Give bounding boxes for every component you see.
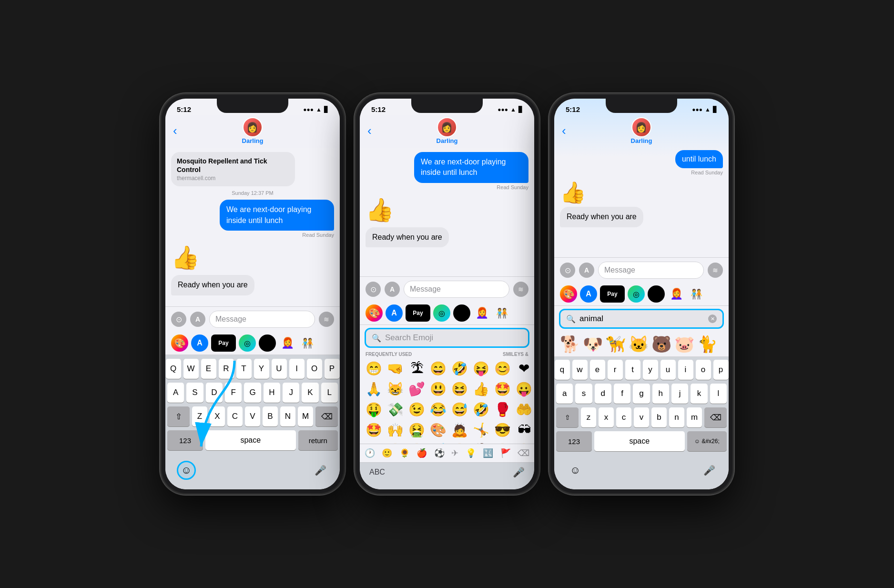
animal-emoji-2[interactable]: 🐶 bbox=[583, 335, 603, 354]
key-d-3[interactable]: d bbox=[595, 384, 611, 404]
emoji-item[interactable]: ❤ bbox=[514, 359, 534, 378]
return-key-3[interactable]: ☺ &#x26; bbox=[687, 431, 727, 451]
delete-key-1[interactable]: ⌫ bbox=[315, 406, 338, 426]
emoji-search-bar-3[interactable]: 🔍 animal ✕ bbox=[559, 309, 724, 329]
memoji-icon-1[interactable]: 👩‍🦰 bbox=[279, 335, 296, 352]
emoji-item[interactable]: 😝 bbox=[471, 359, 491, 378]
animal-emoji-3[interactable]: 🦮 bbox=[606, 335, 626, 354]
contact-name-1[interactable]: Darling bbox=[242, 137, 264, 144]
memoji-icon-2[interactable]: 👩‍🦰 bbox=[473, 304, 490, 322]
key-k-1[interactable]: K bbox=[302, 383, 318, 403]
emoji-item[interactable]: 🤣 bbox=[449, 359, 470, 378]
key-a-3[interactable]: a bbox=[556, 384, 573, 404]
key-c-1[interactable]: C bbox=[227, 406, 243, 426]
key-b-1[interactable]: B bbox=[263, 406, 278, 426]
emoji-item[interactable]: 😆 bbox=[449, 379, 470, 399]
more-icon-2[interactable]: 🧑‍🤝‍🧑 bbox=[493, 304, 510, 322]
emoji-item[interactable]: 🏝 bbox=[406, 359, 427, 378]
memoji-icon-3[interactable]: 👩‍🦰 bbox=[668, 285, 685, 303]
key-t-1[interactable]: T bbox=[236, 359, 252, 379]
back-button-2[interactable]: ‹ bbox=[367, 123, 372, 138]
animal-emoji-4[interactable]: 🐱 bbox=[629, 335, 649, 354]
key-a-1[interactable]: A bbox=[167, 383, 184, 403]
camera-btn-3[interactable]: ⊙ bbox=[560, 263, 575, 278]
key-h-3[interactable]: h bbox=[652, 384, 669, 404]
space-key-1[interactable]: space bbox=[205, 430, 296, 450]
clear-search-3[interactable]: ✕ bbox=[708, 314, 717, 323]
key-o-1[interactable]: O bbox=[307, 359, 322, 379]
emoji-item[interactable]: 🤣 bbox=[471, 400, 491, 419]
audio-btn-3[interactable]: ≋ bbox=[708, 263, 723, 278]
key-w-1[interactable]: W bbox=[183, 359, 199, 379]
flags-tb-icon-2[interactable]: 🚩 bbox=[500, 448, 511, 458]
audio-btn-2[interactable]: ≋ bbox=[513, 282, 528, 297]
emoji-item[interactable]: 😸 bbox=[385, 379, 406, 399]
emoji-item[interactable]: 😂 bbox=[428, 400, 448, 419]
symbols-tb-icon-2[interactable]: 🔣 bbox=[483, 448, 493, 458]
key-q-3[interactable]: q bbox=[555, 360, 570, 380]
fitness-icon-1[interactable]: ◎ bbox=[239, 335, 256, 352]
key-j-1[interactable]: J bbox=[283, 383, 299, 403]
applepay-icon-2[interactable]: Pay bbox=[406, 304, 430, 322]
key-y-3[interactable]: y bbox=[643, 360, 658, 380]
key-f-1[interactable]: F bbox=[225, 383, 242, 403]
emoji-item[interactable]: 🙇 bbox=[449, 420, 470, 440]
emoji-item[interactable]: 😎 bbox=[492, 420, 513, 440]
delete-tb-2[interactable]: ⌫ bbox=[518, 448, 529, 458]
key-n-1[interactable]: N bbox=[280, 406, 295, 426]
applepay-icon-1[interactable]: Pay bbox=[211, 335, 236, 352]
photos-icon-1[interactable]: 🎨 bbox=[171, 335, 188, 352]
key-e-3[interactable]: e bbox=[590, 360, 605, 380]
mic-btn-2[interactable]: 🎤 bbox=[513, 466, 525, 478]
recent-icon-2[interactable]: 🕐 bbox=[365, 448, 375, 458]
shift-key-3[interactable]: ⇧ bbox=[556, 407, 579, 427]
emoji-item[interactable]: 🙌 bbox=[385, 420, 406, 440]
applepay-icon-3[interactable]: Pay bbox=[600, 285, 625, 303]
emoji-item[interactable]: 😉 bbox=[406, 400, 427, 419]
delete-key-3[interactable]: ⌫ bbox=[704, 407, 727, 427]
abc-btn-2[interactable]: ABC bbox=[369, 468, 385, 476]
key-w-3[interactable]: w bbox=[572, 360, 588, 380]
apps-btn-2[interactable]: A bbox=[385, 282, 400, 297]
emoji-item[interactable]: 🥊 bbox=[492, 400, 513, 419]
key-l-3[interactable]: l bbox=[710, 384, 727, 404]
more-icon-3[interactable]: 🧑‍🤝‍🧑 bbox=[688, 285, 705, 303]
emoji-item[interactable]: 😊 bbox=[492, 359, 513, 378]
back-button-3[interactable]: ‹ bbox=[562, 123, 566, 138]
music-icon-3[interactable]: ♡ bbox=[648, 285, 665, 303]
food-tb-icon-2[interactable]: 🍎 bbox=[417, 448, 427, 458]
message-input-2[interactable]: Message bbox=[404, 281, 509, 298]
numbers-key-1[interactable]: 123 bbox=[167, 430, 203, 450]
emoji-item[interactable]: 🤑 bbox=[364, 400, 384, 419]
contact-name-3[interactable]: Darling bbox=[631, 137, 652, 144]
key-z-1[interactable]: Z bbox=[192, 406, 207, 426]
key-m-3[interactable]: m bbox=[687, 407, 702, 427]
return-key-1[interactable]: return bbox=[298, 430, 338, 450]
key-r-1[interactable]: R bbox=[219, 359, 234, 379]
numbers-key-3[interactable]: 123 bbox=[556, 431, 592, 451]
key-k-3[interactable]: k bbox=[691, 384, 707, 404]
animal-emoji-1[interactable]: 🐕 bbox=[560, 335, 580, 354]
emoji-key-1[interactable]: ☺ bbox=[177, 461, 196, 480]
animal-emoji-5[interactable]: 🐻 bbox=[651, 335, 671, 354]
back-button-1[interactable]: ‹ bbox=[173, 123, 177, 138]
emoji-item[interactable]: 😁 bbox=[364, 359, 384, 378]
key-u-3[interactable]: u bbox=[660, 360, 676, 380]
apps-btn-1[interactable]: A bbox=[190, 312, 205, 327]
key-c-3[interactable]: c bbox=[616, 407, 631, 427]
key-s-3[interactable]: s bbox=[575, 384, 592, 404]
mic-key-3[interactable]: 🎤 bbox=[701, 462, 717, 478]
fitness-icon-2[interactable]: ◎ bbox=[433, 304, 450, 322]
key-q-1[interactable]: Q bbox=[166, 359, 181, 379]
emoji-item[interactable]: 👍 bbox=[471, 379, 491, 399]
key-o-3[interactable]: o bbox=[696, 360, 711, 380]
message-input-1[interactable]: Message bbox=[209, 311, 315, 328]
key-x-3[interactable]: x bbox=[599, 407, 614, 427]
key-v-1[interactable]: V bbox=[245, 406, 260, 426]
photos-icon-2[interactable]: 🎨 bbox=[366, 304, 383, 322]
camera-btn-1[interactable]: ⊙ bbox=[171, 312, 186, 327]
shift-key-1[interactable]: ⇧ bbox=[167, 406, 190, 426]
animal-emoji-6[interactable]: 🐷 bbox=[674, 335, 694, 354]
message-input-3[interactable]: Message bbox=[598, 262, 704, 279]
key-x-1[interactable]: X bbox=[210, 406, 225, 426]
